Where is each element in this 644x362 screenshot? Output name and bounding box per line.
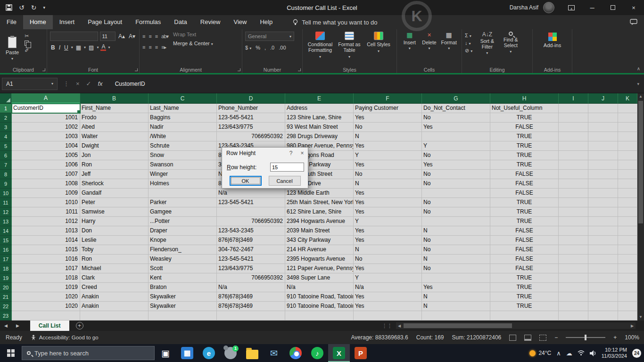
cell-H23[interactable] xyxy=(490,311,559,321)
cell-J13[interactable] xyxy=(588,217,618,226)
cell-A11[interactable]: 1010 xyxy=(12,198,80,207)
cell-G5[interactable]: Y xyxy=(422,141,490,151)
cell-D17[interactable]: 123-545-5421 xyxy=(217,255,285,264)
taskbar-powerpoint-icon[interactable]: P xyxy=(350,344,372,362)
user-name[interactable]: Darsha Asif xyxy=(510,4,538,11)
cell-C20[interactable]: Braton xyxy=(149,283,217,292)
cell-A7[interactable]: 1006 xyxy=(12,160,80,170)
cell-C14[interactable]: Draper xyxy=(149,226,217,236)
taskbar-koala-app-icon[interactable]: 1 xyxy=(220,344,241,362)
cell-I6[interactable] xyxy=(559,151,588,160)
align-center-icon[interactable]: ≡ xyxy=(149,44,151,50)
cell-H13[interactable]: TRUE xyxy=(490,217,559,226)
row-header-21[interactable]: 21 xyxy=(0,292,12,302)
cell-H21[interactable]: TRUE xyxy=(490,292,559,302)
cell-J7[interactable] xyxy=(588,160,618,170)
cell-G17[interactable]: N xyxy=(422,255,490,264)
row-header-19[interactable]: 19 xyxy=(0,273,12,283)
cancel-entry-icon[interactable]: × xyxy=(76,80,80,87)
cell-B23[interactable] xyxy=(80,311,149,321)
cell-I18[interactable] xyxy=(559,264,588,273)
column-header-H[interactable]: H xyxy=(490,93,559,104)
cell-A16[interactable]: 1015 xyxy=(12,245,80,255)
cell-F22[interactable]: Yes xyxy=(354,302,422,311)
row-header-14[interactable]: 14 xyxy=(0,226,12,236)
row-header-22[interactable]: 22 xyxy=(0,302,12,311)
borders-icon[interactable]: ▦ xyxy=(75,44,82,51)
row-header-1[interactable]: 1 xyxy=(0,104,12,113)
cell-J14[interactable] xyxy=(588,226,618,236)
cell-C6[interactable]: Snow xyxy=(149,151,217,160)
vertical-scroll-thumb[interactable] xyxy=(638,101,643,223)
horizontal-scroll-thumb[interactable] xyxy=(404,323,512,328)
cell-K1[interactable] xyxy=(618,104,637,113)
row-height-input[interactable] xyxy=(270,163,304,172)
find-select-button[interactable]: Find & Select▾ xyxy=(499,32,522,66)
cell-G1[interactable]: Do_Not_Contact xyxy=(422,104,490,113)
cell-G11[interactable]: No xyxy=(422,198,490,207)
cell-J18[interactable] xyxy=(588,264,618,273)
zoom-out-icon[interactable]: − xyxy=(554,334,558,341)
cell-F15[interactable]: Yes xyxy=(354,236,422,245)
cell-D1[interactable]: Phone_Number xyxy=(217,104,285,113)
cell-G15[interactable]: No xyxy=(422,236,490,245)
show-hidden-icons-chevron[interactable]: ∧ xyxy=(556,350,561,357)
user-avatar[interactable] xyxy=(543,2,554,13)
cell-A2[interactable]: 1001 xyxy=(12,113,80,123)
taskbar-clock[interactable]: 10:12 PM 11/03/2024 xyxy=(602,347,627,359)
row-header-3[interactable]: 3 xyxy=(0,123,12,132)
cell-J12[interactable] xyxy=(588,207,618,217)
cell-A8[interactable]: 1007 xyxy=(12,170,80,179)
cell-G13[interactable] xyxy=(422,217,490,226)
cell-A1[interactable]: CustomerID xyxy=(12,104,80,113)
row-header-5[interactable]: 5 xyxy=(0,141,12,151)
cell-G8[interactable]: No xyxy=(422,170,490,179)
cell-G14[interactable]: N xyxy=(422,226,490,236)
cell-I1[interactable] xyxy=(559,104,588,113)
delete-cells-button[interactable]: × Delete▾ xyxy=(420,32,439,66)
cell-I5[interactable] xyxy=(559,141,588,151)
scroll-down-icon[interactable]: ▼ xyxy=(637,314,644,321)
cell-F4[interactable]: N xyxy=(354,132,422,141)
cell-G16[interactable]: No xyxy=(422,245,490,255)
cell-F1[interactable]: Paying Customer xyxy=(354,104,422,113)
zoom-in-icon[interactable]: + xyxy=(613,334,617,341)
cell-H6[interactable]: TRUE xyxy=(490,151,559,160)
align-left-icon[interactable]: ≡ xyxy=(142,44,145,50)
decrease-font-icon[interactable]: A▾ xyxy=(128,33,136,40)
save-icon[interactable] xyxy=(6,4,12,11)
cell-C23[interactable] xyxy=(149,311,217,321)
weather-widget[interactable]: 24°C xyxy=(529,350,551,356)
clear-icon[interactable]: ⊘ ▾ xyxy=(465,48,472,54)
cell-A9[interactable]: 1008 xyxy=(12,179,80,189)
cell-K18[interactable] xyxy=(618,264,637,273)
zoom-level[interactable]: 100% xyxy=(625,334,639,341)
cell-G10[interactable] xyxy=(422,189,490,198)
cell-K11[interactable] xyxy=(618,198,637,207)
cell-E13[interactable]: 2394 Hogwarts Avenue xyxy=(285,217,354,226)
taskbar-edge-browser-icon[interactable]: e xyxy=(198,344,220,362)
cell-D2[interactable]: 123-545-5421 xyxy=(217,113,285,123)
cell-K7[interactable] xyxy=(618,160,637,170)
cell-A3[interactable]: 1002 xyxy=(12,123,80,132)
page-layout-view-icon[interactable] xyxy=(524,335,531,341)
cell-H22[interactable]: TRUE xyxy=(490,302,559,311)
row-header-6[interactable]: 6 xyxy=(0,151,12,160)
cell-F5[interactable]: Yes xyxy=(354,141,422,151)
row-header-13[interactable]: 13 xyxy=(0,217,12,226)
taskbar-app-grid-icon[interactable]: ▦ xyxy=(176,344,198,362)
cell-B14[interactable]: Don xyxy=(80,226,149,236)
cell-K14[interactable] xyxy=(618,226,637,236)
cell-H16[interactable]: FALSE xyxy=(490,245,559,255)
cell-I10[interactable] xyxy=(559,189,588,198)
cell-B2[interactable]: Frodo xyxy=(80,113,149,123)
cell-D3[interactable]: 123/643/9775 xyxy=(217,123,285,132)
cell-F14[interactable]: Yes xyxy=(354,226,422,236)
confirm-entry-icon[interactable]: ✓ xyxy=(86,80,91,87)
cell-D21[interactable]: 876|678|3469 xyxy=(217,292,285,302)
percent-style-icon[interactable]: % xyxy=(256,45,260,50)
cell-D4[interactable]: 7066950392 xyxy=(217,132,285,141)
cell-E17[interactable]: 2395 Hogwarts Avenue xyxy=(285,255,354,264)
cell-C17[interactable]: Weasley xyxy=(149,255,217,264)
cell-C12[interactable]: Gamgee xyxy=(149,207,217,217)
